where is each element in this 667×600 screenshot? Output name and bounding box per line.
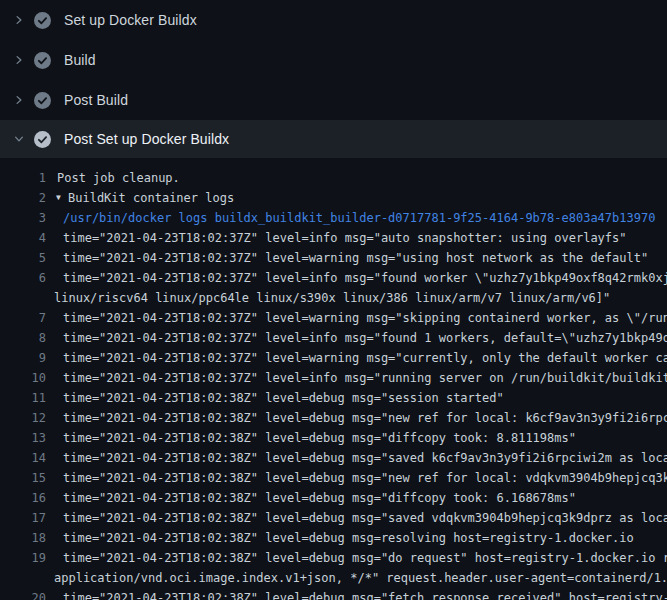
line-text: BuildKit container logs [68, 188, 234, 208]
line-number[interactable]: 11 [0, 388, 46, 408]
step-row-post-build[interactable]: Post Build [0, 80, 667, 120]
log-line: 16 time="2021-04-23T18:02:38Z" level=deb… [0, 488, 667, 508]
log-line: 7 time="2021-04-23T18:02:37Z" level=warn… [0, 308, 667, 328]
step-label: Build [64, 52, 96, 68]
line-number[interactable]: 9 [0, 348, 46, 368]
line-number[interactable]: 20 [0, 588, 46, 600]
log-line-group: 2 ▼ BuildKit container logs [0, 188, 667, 208]
line-number[interactable]: 8 [0, 328, 46, 348]
line-number[interactable]: 13 [0, 428, 46, 448]
log-line: 8 time="2021-04-23T18:02:37Z" level=info… [0, 328, 667, 348]
log-line: 9 time="2021-04-23T18:02:37Z" level=warn… [0, 348, 667, 368]
line-text: time="2021-04-23T18:02:38Z" level=debug … [63, 508, 667, 528]
line-number[interactable]: 6 [0, 268, 46, 288]
line-text: /usr/bin/docker logs buildx_buildkit_bui… [63, 208, 655, 228]
log-line: 18 time="2021-04-23T18:02:38Z" level=deb… [0, 528, 667, 548]
line-number [0, 288, 46, 308]
line-text: time="2021-04-23T18:02:38Z" level=debug … [63, 488, 576, 508]
log-line: 4 time="2021-04-23T18:02:37Z" level=info… [0, 228, 667, 248]
line-number[interactable]: 17 [0, 508, 46, 528]
log-line: 19 time="2021-04-23T18:02:38Z" level=deb… [0, 548, 667, 568]
line-text: time="2021-04-23T18:02:38Z" level=debug … [63, 448, 667, 468]
actions-log-viewer: Set up Docker Buildx Build Post Build [0, 0, 667, 600]
line-text: time="2021-04-23T18:02:38Z" level=debug … [63, 588, 667, 600]
log-line: 12 time="2021-04-23T18:02:38Z" level=deb… [0, 408, 667, 428]
chevron-right-icon[interactable] [12, 13, 26, 27]
line-text: time="2021-04-23T18:02:38Z" level=debug … [63, 428, 576, 448]
log-line: 17 time="2021-04-23T18:02:38Z" level=deb… [0, 508, 667, 528]
line-number[interactable]: 3 [0, 208, 46, 228]
line-text: Post job cleanup. [57, 168, 180, 188]
log-line-command: 3 /usr/bin/docker logs buildx_buildkit_b… [0, 208, 667, 228]
check-circle-icon [34, 92, 51, 109]
line-number[interactable]: 12 [0, 408, 46, 428]
check-circle-icon [34, 52, 51, 69]
step-row-post-set-up-docker-buildx[interactable]: Post Set up Docker Buildx [0, 120, 667, 158]
line-text: time="2021-04-23T18:02:37Z" level=warnin… [63, 308, 667, 328]
line-text: time="2021-04-23T18:02:37Z" level=warnin… [63, 248, 648, 268]
log-line: 10 time="2021-04-23T18:02:37Z" level=inf… [0, 368, 667, 388]
line-number[interactable]: 4 [0, 228, 46, 248]
step-row-set-up-docker-buildx[interactable]: Set up Docker Buildx [0, 0, 667, 40]
line-text: linux/riscv64 linux/ppc64le linux/s390x … [54, 288, 610, 308]
log-line: 15 time="2021-04-23T18:02:38Z" level=deb… [0, 468, 667, 488]
line-number[interactable]: 19 [0, 548, 46, 568]
check-circle-icon [34, 12, 51, 29]
step-label: Set up Docker Buildx [64, 12, 197, 28]
line-text: time="2021-04-23T18:02:38Z" level=debug … [63, 408, 667, 428]
chevron-down-icon[interactable] [12, 132, 26, 146]
line-text: time="2021-04-23T18:02:38Z" level=debug … [63, 548, 667, 568]
line-number[interactable]: 1 [0, 168, 46, 188]
line-number[interactable]: 5 [0, 248, 46, 268]
step-row-build[interactable]: Build [0, 40, 667, 80]
step-label: Post Set up Docker Buildx [64, 131, 229, 147]
line-number[interactable]: 10 [0, 368, 46, 388]
line-number[interactable]: 15 [0, 468, 46, 488]
chevron-right-icon[interactable] [12, 93, 26, 107]
line-number[interactable]: 16 [0, 488, 46, 508]
log-output: 1 Post job cleanup. 2 ▼ BuildKit contain… [0, 158, 667, 600]
log-line-continuation: application/vnd.oci.image.index.v1+json,… [0, 568, 667, 588]
log-line: 20 time="2021-04-23T18:02:38Z" level=deb… [0, 588, 667, 600]
log-line: 6 time="2021-04-23T18:02:37Z" level=info… [0, 268, 667, 288]
triangle-down-icon: ▼ [56, 188, 61, 208]
line-text: time="2021-04-23T18:02:38Z" level=debug … [63, 388, 504, 408]
line-text: time="2021-04-23T18:02:37Z" level=info m… [63, 268, 667, 288]
line-number[interactable]: 2 [0, 188, 46, 208]
line-text: time="2021-04-23T18:02:38Z" level=debug … [63, 468, 667, 488]
log-line: 14 time="2021-04-23T18:02:38Z" level=deb… [0, 448, 667, 468]
line-text: time="2021-04-23T18:02:38Z" level=debug … [63, 528, 634, 548]
chevron-right-icon[interactable] [12, 53, 26, 67]
line-text: time="2021-04-23T18:02:37Z" level=warnin… [63, 348, 667, 368]
log-line: 11 time="2021-04-23T18:02:38Z" level=deb… [0, 388, 667, 408]
line-text: time="2021-04-23T18:02:37Z" level=info m… [63, 328, 667, 348]
step-label: Post Build [64, 92, 128, 108]
log-line: 13 time="2021-04-23T18:02:38Z" level=deb… [0, 428, 667, 448]
log-line: 1 Post job cleanup. [0, 168, 667, 188]
line-text: application/vnd.oci.image.index.v1+json,… [54, 568, 667, 588]
step-list: Set up Docker Buildx Build Post Build [0, 0, 667, 158]
line-number[interactable]: 14 [0, 448, 46, 468]
line-text: time="2021-04-23T18:02:37Z" level=info m… [63, 228, 627, 248]
line-text: time="2021-04-23T18:02:37Z" level=info m… [63, 368, 667, 388]
group-toggle[interactable]: ▼ [53, 188, 64, 208]
log-line: 5 time="2021-04-23T18:02:37Z" level=warn… [0, 248, 667, 268]
log-line-continuation: linux/riscv64 linux/ppc64le linux/s390x … [0, 288, 667, 308]
check-circle-icon [34, 131, 51, 148]
line-number[interactable]: 7 [0, 308, 46, 328]
line-number[interactable]: 18 [0, 528, 46, 548]
line-number [0, 568, 46, 588]
